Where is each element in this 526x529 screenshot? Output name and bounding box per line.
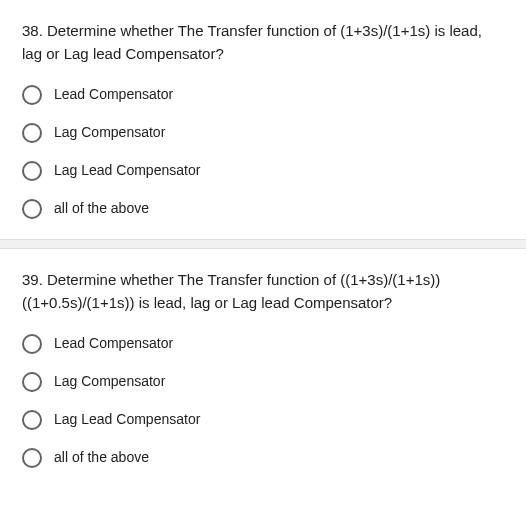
option-lead-compensator[interactable]: Lead Compensator [22,85,504,105]
option-label: Lag Lead Compensator [54,161,200,181]
question-body: Determine whether The Transfer function … [22,22,482,62]
question-text: 38. Determine whether The Transfer funct… [22,20,504,65]
option-label: Lag Compensator [54,123,165,143]
option-label: Lag Lead Compensator [54,410,200,430]
option-label: Lead Compensator [54,334,173,354]
radio-icon [22,123,42,143]
question-body: Determine whether The Transfer function … [22,271,440,311]
radio-icon [22,161,42,181]
option-lag-lead-compensator[interactable]: Lag Lead Compensator [22,161,504,181]
option-lag-compensator[interactable]: Lag Compensator [22,372,504,392]
radio-icon [22,372,42,392]
radio-icon [22,410,42,430]
option-all-of-the-above[interactable]: all of the above [22,199,504,219]
question-text: 39. Determine whether The Transfer funct… [22,269,504,314]
radio-icon [22,334,42,354]
question-39: 39. Determine whether The Transfer funct… [0,249,526,488]
option-label: all of the above [54,199,149,219]
question-38: 38. Determine whether The Transfer funct… [0,0,526,239]
option-lag-lead-compensator[interactable]: Lag Lead Compensator [22,410,504,430]
option-lag-compensator[interactable]: Lag Compensator [22,123,504,143]
radio-icon [22,199,42,219]
options-list: Lead Compensator Lag Compensator Lag Lea… [22,334,504,468]
question-number: 39. [22,271,43,288]
option-label: all of the above [54,448,149,468]
divider [0,239,526,249]
question-number: 38. [22,22,43,39]
options-list: Lead Compensator Lag Compensator Lag Lea… [22,85,504,219]
option-all-of-the-above[interactable]: all of the above [22,448,504,468]
radio-icon [22,85,42,105]
option-label: Lag Compensator [54,372,165,392]
option-label: Lead Compensator [54,85,173,105]
radio-icon [22,448,42,468]
option-lead-compensator[interactable]: Lead Compensator [22,334,504,354]
